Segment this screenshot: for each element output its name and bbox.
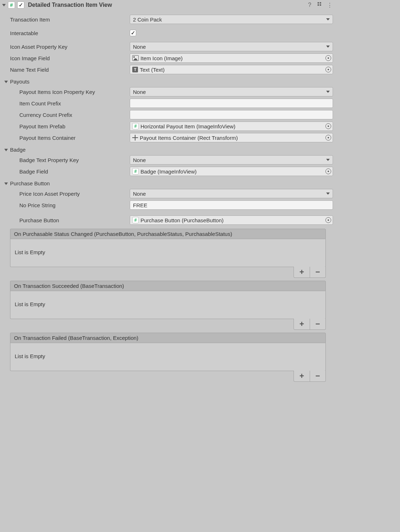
- object-picker-icon[interactable]: [325, 55, 331, 61]
- name-text-label: Name Text Field: [10, 67, 130, 73]
- interactable-checkbox[interactable]: [130, 30, 136, 36]
- interactable-label: Interactable: [10, 30, 130, 36]
- foldout-arrow-icon[interactable]: [2, 4, 6, 6]
- no-price-string-input[interactable]: FREE: [130, 200, 333, 210]
- svg-rect-0: [318, 2, 319, 4]
- badge-section-header[interactable]: Badge: [0, 143, 336, 154]
- foldout-arrow-icon: [4, 149, 8, 151]
- event-add-button[interactable]: +: [294, 319, 310, 329]
- event-body: List is Empty: [10, 343, 326, 371]
- currency-count-prefix-label: Currency Count Prefix: [19, 112, 130, 118]
- svg-rect-2: [318, 4, 319, 6]
- payout-icon-key-row: Payout Items Icon Property Key None: [0, 86, 336, 98]
- foldout-arrow-icon: [4, 182, 8, 185]
- component-header: # Detailed Transaction Item View ? ⋮: [0, 0, 336, 10]
- event-add-button[interactable]: +: [294, 371, 310, 381]
- script-hash-icon: #: [8, 1, 15, 9]
- badge-text-key-dropdown[interactable]: None: [130, 155, 333, 165]
- svg-rect-3: [320, 4, 321, 6]
- no-price-string-label: No Price String: [19, 202, 130, 208]
- payout-items-container-field[interactable]: Payout Items Container (Rect Transform): [130, 133, 333, 142]
- purchase-button-label: Purchase Button: [19, 217, 130, 223]
- payout-items-container-row: Payout Items Container Payout Items Cont…: [0, 132, 336, 143]
- script-hash-icon: #: [132, 168, 139, 175]
- no-price-string-row: No Price String FREE: [0, 199, 336, 211]
- preset-icon[interactable]: [316, 1, 324, 9]
- icon-image-field-row: Icon Image Field Item Icon (Image): [0, 52, 336, 64]
- icon-asset-key-row: Icon Asset Property Key None: [0, 41, 336, 52]
- transaction-item-row: Transaction Item 2 Coin Pack: [0, 14, 336, 25]
- transaction-item-dropdown[interactable]: 2 Coin Pack: [130, 15, 333, 24]
- badge-text-key-row: Badge Text Property Key None: [0, 154, 336, 166]
- icon-asset-key-dropdown[interactable]: None: [130, 42, 333, 51]
- payout-item-prefab-row: Payout Item Prefab # Horizontal Payout I…: [0, 120, 336, 132]
- interactable-row: Interactable: [0, 29, 336, 37]
- event-body: List is Empty: [10, 291, 326, 319]
- badge-object-field[interactable]: # Badge (ImageInfoView): [130, 167, 333, 176]
- price-icon-dropdown[interactable]: None: [130, 189, 333, 198]
- badge-field-row: Badge Field # Badge (ImageInfoView): [0, 166, 336, 177]
- payout-icon-key-dropdown[interactable]: None: [130, 87, 333, 96]
- event-remove-button[interactable]: −: [310, 371, 325, 381]
- event-add-button[interactable]: +: [294, 267, 310, 277]
- purchase-button-row: Purchase Button # Purchase Button (Purch…: [0, 214, 336, 226]
- object-picker-icon[interactable]: [325, 67, 331, 72]
- chevron-down-icon: [326, 46, 330, 48]
- event-on-purchasable: On Purchasable Status Changed (PurchaseB…: [10, 229, 326, 278]
- script-hash-icon: #: [132, 217, 139, 223]
- purchase-section-header[interactable]: Purchase Button: [0, 177, 336, 188]
- event-on-succeeded: On Transaction Succeeded (BaseTransactio…: [10, 281, 326, 330]
- name-text-object-field[interactable]: T Text (Text): [130, 65, 333, 74]
- event-body: List is Empty: [10, 239, 326, 267]
- item-count-prefix-row: Item Count Prefix: [0, 98, 336, 109]
- component-enabled-checkbox[interactable]: [17, 1, 24, 9]
- transaction-item-label: Transaction Item: [10, 16, 130, 23]
- object-picker-icon[interactable]: [325, 135, 331, 141]
- foldout-arrow-icon: [4, 81, 8, 83]
- icon-image-object-field[interactable]: Item Icon (Image): [130, 53, 333, 63]
- badge-text-key-label: Badge Text Property Key: [19, 157, 130, 163]
- event-header: On Transaction Succeeded (BaseTransactio…: [10, 281, 326, 291]
- payout-icon-key-label: Payout Items Icon Property Key: [19, 89, 130, 95]
- component-title: Detailed Transaction Item View: [28, 2, 304, 8]
- event-header: On Transaction Failed (BaseTransaction, …: [10, 333, 326, 343]
- help-icon[interactable]: ?: [306, 2, 314, 8]
- icon-asset-key-label: Icon Asset Property Key: [10, 44, 130, 50]
- event-on-failed: On Transaction Failed (BaseTransaction, …: [10, 333, 326, 382]
- object-picker-icon[interactable]: [325, 217, 331, 223]
- payouts-section-header[interactable]: Payouts: [0, 75, 336, 86]
- name-text-field-row: Name Text Field T Text (Text): [0, 64, 336, 75]
- purchase-button-field[interactable]: # Purchase Button (PurchaseButton): [130, 215, 333, 225]
- currency-count-prefix-input[interactable]: [130, 110, 333, 119]
- image-icon: [132, 55, 139, 61]
- menu-dots-icon[interactable]: ⋮: [326, 2, 334, 9]
- item-count-prefix-label: Item Count Prefix: [19, 100, 130, 106]
- payout-item-prefab-field[interactable]: # Horizontal Payout Item (ImageInfoView): [130, 122, 333, 131]
- chevron-down-icon: [326, 91, 330, 93]
- payout-item-prefab-label: Payout Item Prefab: [19, 123, 130, 129]
- item-count-prefix-input[interactable]: [130, 99, 333, 108]
- object-picker-icon[interactable]: [325, 168, 331, 174]
- payout-items-container-label: Payout Items Container: [19, 135, 130, 141]
- event-header: On Purchasable Status Changed (PurchaseB…: [10, 229, 326, 239]
- svg-rect-1: [320, 2, 321, 4]
- price-icon-row: Price Icon Asset Property None: [0, 188, 336, 199]
- price-icon-label: Price Icon Asset Property: [19, 191, 130, 197]
- object-picker-icon[interactable]: [325, 123, 331, 129]
- event-remove-button[interactable]: −: [310, 267, 325, 277]
- text-type-icon: T: [132, 67, 138, 72]
- script-hash-icon: #: [132, 123, 139, 129]
- rect-transform-icon: [132, 135, 138, 141]
- icon-image-label: Icon Image Field: [10, 55, 130, 61]
- currency-count-prefix-row: Currency Count Prefix: [0, 109, 336, 120]
- event-remove-button[interactable]: −: [310, 319, 325, 329]
- chevron-down-icon: [326, 18, 330, 20]
- chevron-down-icon: [326, 159, 330, 161]
- chevron-down-icon: [326, 193, 330, 195]
- badge-field-label: Badge Field: [19, 168, 130, 175]
